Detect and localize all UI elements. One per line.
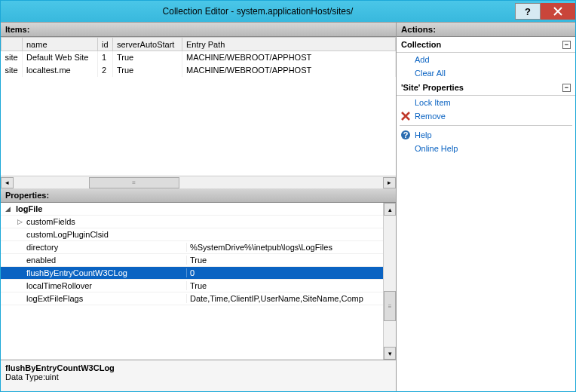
window-title: Collection Editor - system.applicationHo…	[1, 6, 515, 17]
expand-icon[interactable]: ▷	[14, 218, 25, 225]
items-hscrollbar[interactable]: ◂ ≡ ▸	[1, 176, 396, 188]
scroll-left-button[interactable]: ◂	[1, 177, 14, 188]
scroll-up-button[interactable]: ▴	[384, 203, 396, 216]
items-grid[interactable]: name id serverAutoStart Entry Path site …	[1, 37, 396, 176]
prop-row-enabled[interactable]: enabled True	[1, 254, 383, 267]
desc-name: flushByEntryCountW3CLog	[5, 363, 391, 372]
action-remove[interactable]: Remove	[397, 109, 575, 123]
col-entrypath[interactable]: Entry Path	[182, 38, 396, 51]
prop-row-logextfileflags[interactable]: logExtFileFlags Date,Time,ClientIP,UserN…	[1, 292, 383, 305]
scroll-right-button[interactable]: ▸	[383, 177, 396, 188]
left-pane: Items: name id serverAutoStart Entry Pat…	[1, 23, 397, 391]
actions-heading: Actions:	[397, 23, 575, 37]
prop-row-logfile[interactable]: ◢ logFile	[1, 203, 383, 216]
action-lock-item[interactable]: Lock Item	[397, 96, 575, 109]
table-row[interactable]: site localtest.me 2 True MACHINE/WEBROOT…	[2, 64, 396, 77]
titlebar: Collection Editor - system.applicationHo…	[1, 1, 575, 22]
close-icon	[553, 7, 562, 16]
properties-grid: ◢ logFile ▷ customFields	[1, 203, 396, 360]
properties-section: Properties: ◢ logFile ▷ customFields	[1, 188, 396, 391]
properties-table[interactable]: ◢ logFile ▷ customFields	[1, 203, 383, 360]
actions-pane: Actions: Collection − Add Clear All 'Sit…	[397, 23, 575, 391]
items-section: Items: name id serverAutoStart Entry Pat…	[1, 23, 396, 188]
prop-row-customfields[interactable]: ▷ customFields	[1, 216, 383, 228]
actions-siteprops-title: 'Site' Properties −	[397, 80, 575, 96]
properties-vscrollbar[interactable]: ▴ ≡ ▾	[383, 203, 396, 360]
prop-row-flushbyentrycount[interactable]: flushByEntryCountW3CLog 0	[1, 267, 383, 280]
scroll-thumb[interactable]: ≡	[384, 291, 396, 321]
collection-editor-window: Collection Editor - system.applicationHo…	[0, 0, 576, 392]
collapse-icon[interactable]: −	[562, 84, 571, 92]
help-icon: ?	[400, 130, 411, 140]
close-button[interactable]	[541, 3, 575, 20]
items-heading: Items:	[1, 23, 396, 37]
desc-type: Data Type:uint	[5, 372, 391, 381]
remove-icon	[400, 111, 411, 121]
scroll-thumb[interactable]: ≡	[89, 177, 179, 188]
action-help[interactable]: ? Help	[397, 128, 575, 142]
action-add[interactable]: Add	[397, 53, 575, 66]
prop-row-localtimerollover[interactable]: localTimeRollover True	[1, 280, 383, 292]
svg-text:?: ?	[403, 130, 409, 139]
action-online-help[interactable]: Online Help	[397, 142, 575, 155]
col-id[interactable]: id	[98, 38, 113, 51]
divider	[400, 125, 572, 126]
titlebar-buttons: ?	[515, 3, 575, 20]
items-header-row: name id serverAutoStart Entry Path	[2, 38, 396, 51]
property-description: flushByEntryCountW3CLog Data Type:uint	[1, 360, 396, 391]
col-name[interactable]: name	[23, 38, 98, 51]
action-clear-all[interactable]: Clear All	[397, 66, 575, 80]
prop-row-customlogpluginclsid[interactable]: customLogPluginClsid	[1, 228, 383, 241]
help-button[interactable]: ?	[515, 3, 541, 20]
properties-heading: Properties:	[1, 188, 396, 203]
collapse-icon[interactable]: −	[562, 41, 571, 49]
expand-icon[interactable]: ◢	[1, 205, 14, 213]
col-blank[interactable]	[2, 38, 23, 51]
scroll-down-button[interactable]: ▾	[384, 347, 396, 360]
prop-row-directory[interactable]: directory %SystemDrive%\inetpub\logs\Log…	[1, 241, 383, 254]
table-row[interactable]: site Default Web Site 1 True MACHINE/WEB…	[2, 51, 396, 64]
actions-collection-title: Collection −	[397, 37, 575, 53]
col-serverautostart[interactable]: serverAutoStart	[113, 38, 182, 51]
